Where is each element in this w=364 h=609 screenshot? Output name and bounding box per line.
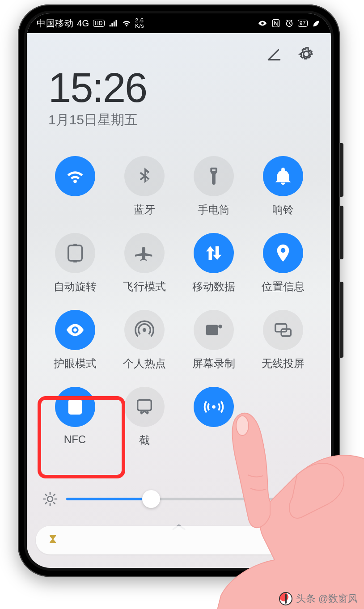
clock-time: 15:26 [48,67,309,108]
cast-icon [263,310,303,350]
data-icon [194,233,234,273]
tile-label: 个人热点 [123,356,166,371]
edit-button[interactable] [266,46,283,63]
tile-huaweishare[interactable] [179,384,248,449]
tile-location[interactable]: 位置信息 [248,230,317,296]
panel-header [27,33,331,63]
tile-label: 移动数据 [192,279,235,294]
search-bar[interactable] [36,526,322,554]
tile-label: 护眼模式 [54,356,97,371]
collapse-handle-icon[interactable] [169,518,189,524]
signal-icon [108,18,118,28]
hourglass-icon [47,534,59,546]
tile-label: 手电筒 [198,203,230,217]
tile-label: 无线投屏 [262,356,305,371]
tile-bluetooth[interactable]: 蓝牙 [110,153,179,219]
brightness-icon [42,491,58,507]
nfc-status-icon [271,18,281,28]
phone-frame: 中国移动 4G HD 2.6K/s 97 [18,4,340,577]
tile-label: 蓝牙 [134,203,155,217]
tile-ring[interactable]: 响铃 [248,153,317,219]
carrier-label: 中国移动 [37,17,73,30]
tile-eyecare[interactable]: 护眼模式 [40,307,110,372]
network-type: 4G [77,18,89,29]
tile-label: 截 [139,433,150,448]
screen: 中国移动 4G HD 2.6K/s 97 [27,13,331,568]
snip-icon [124,387,165,427]
tile-data[interactable]: 移动数据 [179,230,248,296]
tile-label: 屏幕录制 [192,356,235,371]
tile-nfc[interactable]: NFC [40,384,110,449]
tile-rotate[interactable]: 自动旋转 [40,230,110,296]
tile-cast[interactable]: 无线投屏 [248,307,317,372]
tile-label: NFC [64,433,86,446]
flashlight-icon [194,156,234,196]
rotate-icon [55,233,95,273]
huaweishare-icon [194,387,234,427]
eyecare-status-icon [258,18,267,28]
record-icon [194,310,234,350]
brightness-slider[interactable] [66,498,316,500]
tile-label: 响铃 [272,203,294,217]
watermark-text: 头条 @数窗风 [296,592,358,605]
phone-bezel: 中国移动 4G HD 2.6K/s 97 [24,11,334,571]
wifi-status-icon [122,18,131,28]
tile-hotspot[interactable]: 个人热点 [110,307,179,372]
status-bar: 中国移动 4G HD 2.6K/s 97 [27,13,331,33]
hotspot-icon [124,310,165,350]
bluetooth-icon [124,156,165,196]
tile-airplane[interactable]: 飞行模式 [110,230,179,296]
battery-percent: 97 [298,20,308,27]
brightness-thumb[interactable] [142,490,160,508]
watermark-logo-icon [279,592,292,605]
eyecare-icon [55,310,95,350]
power-button[interactable] [340,282,343,358]
tile-record[interactable]: 屏幕录制 [179,307,248,372]
tile-label: 飞行模式 [123,279,166,294]
brightness-row [42,485,316,513]
tile-label: 自动旋转 [54,279,97,294]
tile-wifi[interactable] [40,153,110,219]
watermark: 头条 @数窗风 [279,592,358,605]
net-speed: 2.6K/s [135,18,144,29]
clock-date: 1月15日星期五 [48,111,309,129]
volume-up-button[interactable] [340,143,343,197]
leaf-icon [311,18,321,28]
volume-down-button[interactable] [340,206,343,259]
clock-block: 15:26 1月15日星期五 [27,63,331,129]
settings-button[interactable] [298,46,315,63]
alarm-status-icon [284,18,294,28]
quick-settings-grid: 蓝牙手电筒响铃自动旋转飞行模式移动数据位置信息护眼模式个人热点屏幕录制无线投屏N… [40,153,317,449]
location-icon [263,233,303,273]
wifi-icon [55,156,95,196]
tile-flashlight[interactable]: 手电筒 [179,153,248,219]
hd-badge: HD [93,20,105,27]
airplane-icon [124,233,165,273]
tile-label: 位置信息 [262,279,305,294]
tile-snip[interactable]: 截 [110,384,179,449]
ring-icon [263,156,303,196]
nfc-icon [55,387,95,427]
